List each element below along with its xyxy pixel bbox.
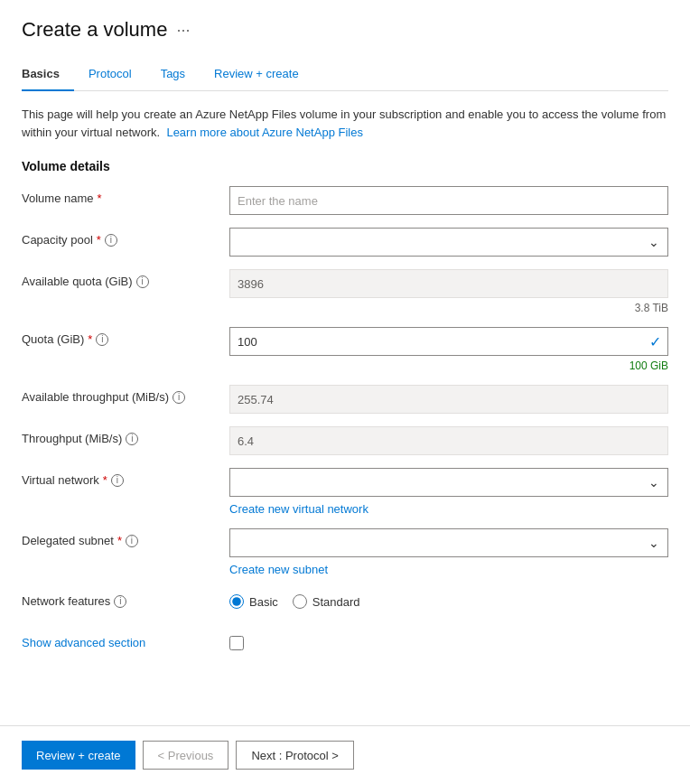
- volume-name-row: Volume name *: [22, 186, 668, 215]
- quota-note: 100 GiB: [229, 359, 668, 372]
- network-features-basic-option[interactable]: Basic: [229, 594, 278, 609]
- page-title: Create a volume: [22, 18, 167, 42]
- capacity-pool-label: Capacity pool * i: [22, 228, 229, 247]
- page-description: This page will help you create an Azure …: [22, 106, 668, 141]
- show-advanced-link[interactable]: Show advanced section: [22, 636, 145, 649]
- virtual-network-select[interactable]: [229, 468, 668, 497]
- available-quota-value: 3896: [229, 269, 668, 298]
- network-features-info-icon[interactable]: i: [114, 595, 126, 608]
- virtual-network-control: Create new virtual network: [229, 468, 668, 516]
- throughput-control: 6.4: [229, 426, 668, 455]
- virtual-network-label: Virtual network * i: [22, 468, 229, 487]
- quota-checkmark-icon: ✓: [649, 333, 661, 350]
- capacity-pool-row: Capacity pool * i: [22, 228, 668, 257]
- quota-info-icon[interactable]: i: [96, 333, 108, 346]
- more-options-icon[interactable]: ···: [176, 21, 190, 40]
- capacity-pool-select[interactable]: [229, 228, 668, 257]
- network-features-basic-radio[interactable]: [229, 594, 244, 609]
- quota-label: Quota (GiB) * i: [22, 327, 229, 346]
- capacity-pool-info-icon[interactable]: i: [105, 234, 117, 247]
- available-quota-row: Available quota (GiB) i 3896 3.8 TiB: [22, 269, 668, 314]
- virtual-network-info-icon[interactable]: i: [111, 474, 124, 487]
- volume-name-control: [229, 186, 668, 215]
- volume-name-input[interactable]: [229, 186, 668, 215]
- delegated-subnet-info-icon[interactable]: i: [126, 535, 138, 547]
- available-quota-label: Available quota (GiB) i: [22, 269, 229, 288]
- tab-navigation: Basics Protocol Tags Review + create: [22, 60, 668, 91]
- tab-review-create[interactable]: Review + create: [200, 60, 313, 91]
- available-throughput-control: 255.74: [229, 385, 668, 414]
- quota-control: ✓ 100 GiB: [229, 327, 668, 372]
- network-features-control: Basic Standard: [229, 589, 668, 609]
- capacity-pool-select-wrapper: [229, 228, 668, 257]
- throughput-info-icon[interactable]: i: [126, 433, 138, 445]
- required-indicator: *: [98, 191, 102, 205]
- network-features-row: Network features i Basic Standard: [22, 589, 668, 618]
- footer: Review + create < Previous Next : Protoc…: [0, 725, 690, 784]
- network-features-label: Network features i: [22, 589, 229, 608]
- virtual-network-select-wrapper: [229, 468, 668, 497]
- quota-input-wrapper: ✓: [229, 327, 668, 356]
- show-advanced-row: Show advanced section: [22, 630, 668, 659]
- required-indicator: *: [97, 233, 101, 247]
- available-throughput-label: Available throughput (MiB/s) i: [22, 385, 229, 404]
- required-indicator: *: [103, 473, 107, 487]
- quota-row: Quota (GiB) * i ✓ 100 GiB: [22, 327, 668, 372]
- review-create-button[interactable]: Review + create: [22, 741, 135, 770]
- required-indicator: *: [88, 332, 92, 346]
- throughput-row: Throughput (MiB/s) i 6.4: [22, 426, 668, 455]
- network-features-basic-label: Basic: [249, 595, 278, 609]
- available-throughput-info-icon[interactable]: i: [172, 391, 185, 404]
- learn-more-link[interactable]: Learn more about Azure NetApp Files: [166, 126, 363, 139]
- capacity-pool-control: [229, 228, 668, 257]
- network-features-radio-group: Basic Standard: [229, 589, 668, 609]
- previous-button[interactable]: < Previous: [143, 741, 229, 770]
- tab-basics[interactable]: Basics: [22, 60, 74, 91]
- show-advanced-label: Show advanced section: [22, 630, 229, 649]
- show-advanced-control: [229, 630, 668, 650]
- quota-input[interactable]: [229, 327, 668, 356]
- delegated-subnet-select[interactable]: [229, 528, 668, 557]
- available-quota-note: 3.8 TiB: [229, 302, 668, 314]
- next-button[interactable]: Next : Protocol >: [236, 741, 353, 770]
- create-subnet-link[interactable]: Create new subnet: [229, 563, 668, 576]
- tab-protocol[interactable]: Protocol: [74, 60, 146, 91]
- tab-tags[interactable]: Tags: [146, 60, 200, 91]
- delegated-subnet-control: Create new subnet: [229, 528, 668, 576]
- show-advanced-checkbox[interactable]: [229, 636, 244, 650]
- available-quota-control: 3896 3.8 TiB: [229, 269, 668, 314]
- network-features-standard-label: Standard: [312, 595, 360, 609]
- available-quota-info-icon[interactable]: i: [136, 275, 149, 288]
- available-throughput-row: Available throughput (MiB/s) i 255.74: [22, 385, 668, 414]
- delegated-subnet-select-wrapper: [229, 528, 668, 557]
- delegated-subnet-label: Delegated subnet * i: [22, 528, 229, 547]
- delegated-subnet-row: Delegated subnet * i Create new subnet: [22, 528, 668, 576]
- throughput-value: 6.4: [229, 426, 668, 455]
- virtual-network-row: Virtual network * i Create new virtual n…: [22, 468, 668, 516]
- throughput-label: Throughput (MiB/s) i: [22, 426, 229, 445]
- required-indicator: *: [117, 534, 122, 547]
- volume-name-label: Volume name *: [22, 186, 229, 205]
- network-features-standard-option[interactable]: Standard: [293, 594, 360, 609]
- network-features-standard-radio[interactable]: [293, 594, 307, 609]
- show-advanced-checkbox-row: [229, 630, 668, 650]
- available-throughput-value: 255.74: [229, 385, 668, 414]
- create-virtual-network-link[interactable]: Create new virtual network: [229, 502, 668, 516]
- section-title: Volume details: [22, 159, 668, 173]
